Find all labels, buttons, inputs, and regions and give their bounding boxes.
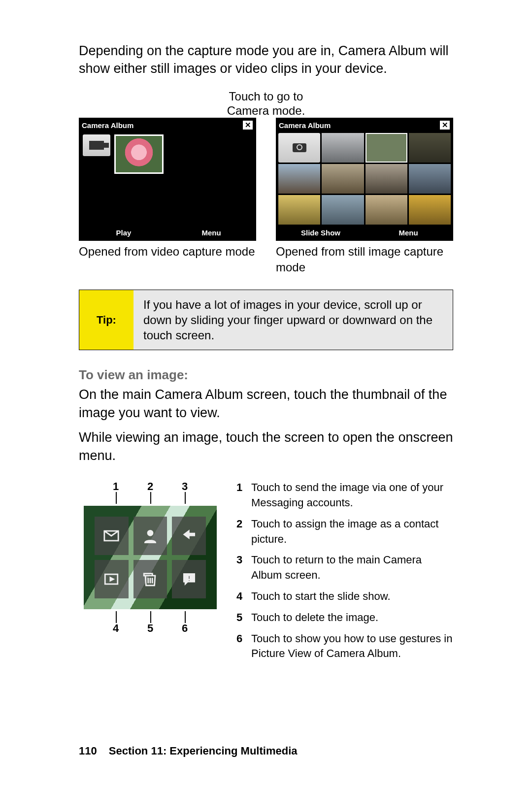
top-annotation-line1: Touch to go to — [229, 90, 303, 103]
menu-button[interactable]: Menu — [167, 226, 255, 240]
image-thumbnail[interactable] — [278, 164, 320, 194]
list-num: 5 — [236, 610, 251, 625]
slideshow-button[interactable] — [95, 560, 129, 598]
callout-1: 1 — [113, 480, 119, 493]
back-button[interactable] — [172, 517, 206, 555]
list-num: 2 — [236, 517, 251, 547]
close-icon[interactable]: ✕ — [242, 120, 253, 130]
tip-label: Tip: — [79, 290, 133, 350]
view-image-para1: On the main Camera Album screen, touch t… — [79, 386, 453, 422]
delete-button[interactable] — [133, 560, 167, 598]
still-title: Camera Album — [279, 121, 331, 130]
image-thumbnail[interactable] — [322, 133, 364, 163]
svg-rect-2 — [188, 576, 190, 579]
list-num: 3 — [236, 553, 251, 583]
camera-mode-button[interactable] — [83, 134, 110, 156]
page-number: 110 — [79, 745, 97, 757]
list-item: Touch to delete the image. — [251, 610, 378, 625]
callout-6: 6 — [182, 622, 188, 635]
list-item: Touch to return to the main Camera Album… — [251, 553, 453, 583]
image-thumbnail[interactable] — [409, 195, 451, 225]
image-thumbnail[interactable] — [366, 195, 407, 225]
svg-point-0 — [147, 530, 153, 536]
list-num: 1 — [236, 480, 251, 511]
video-title: Camera Album — [82, 121, 133, 130]
callout-5: 5 — [147, 622, 153, 635]
callout-labels-top: 1 2 3 — [79, 480, 222, 494]
tip-box: Tip: If you have a lot of images in your… — [79, 290, 453, 351]
camera-mode-button[interactable] — [278, 133, 320, 163]
callout-4: 4 — [113, 622, 119, 635]
image-thumbnail[interactable] — [322, 195, 364, 225]
image-thumbnail[interactable] — [278, 195, 320, 225]
slideshow-button[interactable]: Slide Show — [277, 226, 365, 240]
help-button[interactable] — [172, 560, 206, 598]
play-button[interactable]: Play — [80, 226, 167, 240]
image-thumbnail[interactable] — [409, 133, 451, 163]
list-item: Touch to show you how to use gestures in… — [251, 631, 453, 662]
page-footer: 110 Section 11: Experiencing Multimedia — [79, 745, 453, 757]
callout-labels-bottom: 4 5 6 — [79, 621, 222, 635]
view-image-heading: To view an image: — [79, 367, 453, 383]
video-thumbnail[interactable] — [114, 134, 164, 174]
callout-list: 1Touch to send the image via one of your… — [236, 480, 453, 661]
image-thumbnail[interactable] — [322, 164, 364, 194]
image-viewer-screenshot — [84, 506, 217, 609]
list-item: Touch to send the image via one of your … — [251, 480, 453, 511]
list-num: 6 — [236, 631, 251, 662]
tip-text: If you have a lot of images in your devi… — [133, 290, 453, 350]
list-item: Touch to assign the image as a contact p… — [251, 517, 453, 547]
image-thumbnail[interactable] — [366, 164, 407, 194]
callout-2: 2 — [147, 480, 153, 493]
still-mode-screenshot: Camera Album ✕ — [276, 118, 453, 241]
contact-button[interactable] — [133, 517, 167, 555]
image-thumbnail-selected[interactable] — [366, 133, 407, 163]
list-item: Touch to start the slide show. — [251, 589, 391, 604]
video-mode-screenshot: Camera Album ✕ Play Menu — [79, 118, 256, 241]
intro-paragraph: Depending on the capture mode you are in… — [79, 42, 453, 78]
still-camera-icon — [293, 143, 306, 152]
list-num: 4 — [236, 589, 251, 604]
close-icon[interactable]: ✕ — [439, 120, 450, 130]
send-button[interactable] — [95, 517, 129, 555]
callout-3: 3 — [182, 480, 188, 493]
svg-rect-3 — [188, 580, 190, 582]
view-image-para2: While viewing an image, touch the screen… — [79, 428, 453, 464]
top-annotation: Touch to go to Camera mode. — [79, 87, 453, 118]
image-thumbnail[interactable] — [409, 164, 451, 194]
top-annotation-line2: Camera mode. — [227, 104, 305, 117]
menu-button[interactable]: Menu — [365, 226, 452, 240]
video-caption: Opened from video capture mode — [79, 244, 256, 259]
video-camera-icon — [89, 141, 104, 150]
still-caption: Opened from still image capture mode — [276, 244, 453, 274]
section-title: Section 11: Experiencing Multimedia — [109, 745, 298, 757]
